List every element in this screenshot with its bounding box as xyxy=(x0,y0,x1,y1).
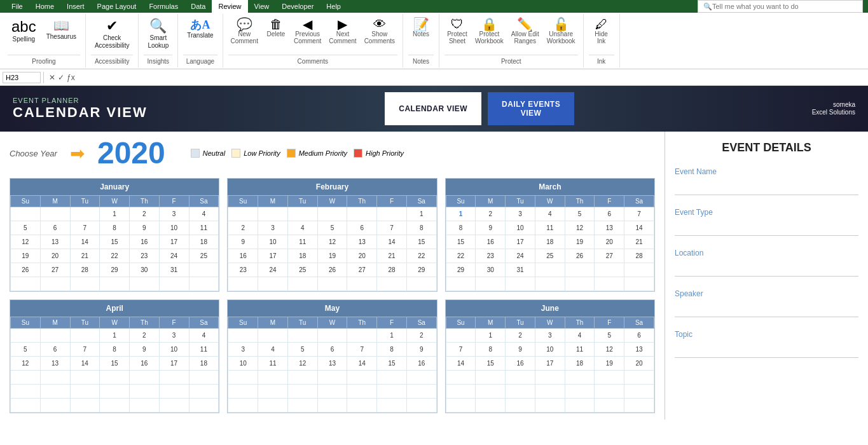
calendar-day[interactable]: 31 xyxy=(159,263,189,277)
calendar-day[interactable]: 7 xyxy=(377,221,407,235)
formula-input[interactable] xyxy=(78,72,865,83)
calendar-day[interactable]: 11 xyxy=(189,221,219,235)
calendar-day[interactable]: 4 xyxy=(189,207,219,221)
calendar-day[interactable]: 4 xyxy=(258,343,288,357)
calendar-day[interactable]: 10 xyxy=(159,343,189,357)
calendar-day[interactable]: 11 xyxy=(565,343,595,357)
calendar-day[interactable]: 8 xyxy=(100,221,130,235)
calendar-day[interactable]: 19 xyxy=(317,249,347,263)
calendar-day[interactable]: 4 xyxy=(535,207,565,221)
calendar-day[interactable]: 15 xyxy=(406,235,436,249)
calendar-day[interactable]: 21 xyxy=(377,249,407,263)
calendar-day[interactable]: 16 xyxy=(130,357,160,371)
calendar-day[interactable]: 24 xyxy=(258,263,288,277)
insert-function-icon[interactable]: ƒx xyxy=(67,73,75,82)
location-field[interactable] xyxy=(675,261,858,277)
calendar-day[interactable]: 16 xyxy=(130,235,160,249)
calendar-day[interactable]: 13 xyxy=(40,357,70,371)
calendar-day[interactable]: 18 xyxy=(189,235,219,249)
calendar-day[interactable]: 17 xyxy=(506,235,535,249)
calendar-day[interactable]: 8 xyxy=(446,221,476,235)
calendar-day[interactable]: 1 xyxy=(377,329,407,343)
protect-sheet-btn[interactable]: 🛡 ProtectSheet xyxy=(444,17,470,46)
notes-btn[interactable]: 📝 Notes xyxy=(408,17,434,39)
calendar-day[interactable]: 24 xyxy=(506,249,535,263)
calendar-day[interactable]: 10 xyxy=(228,357,258,371)
calendar-day[interactable]: 8 xyxy=(100,343,130,357)
calendar-day[interactable]: 5 xyxy=(565,207,595,221)
hide-ink-btn[interactable]: 🖊 HideInk xyxy=(589,17,614,46)
calendar-day[interactable]: 15 xyxy=(476,357,506,371)
calendar-day[interactable]: 15 xyxy=(100,357,130,371)
calendar-day[interactable]: 4 xyxy=(287,221,317,235)
calendar-day[interactable]: 5 xyxy=(595,329,624,343)
calendar-day[interactable]: 28 xyxy=(624,249,654,263)
calendar-day[interactable]: 14 xyxy=(70,235,100,249)
calendar-day[interactable]: 19 xyxy=(595,357,624,371)
tab-page-layout[interactable]: Page Layout xyxy=(91,0,143,13)
calendar-day[interactable]: 2 xyxy=(406,329,436,343)
calendar-day[interactable]: 30 xyxy=(130,263,160,277)
unshare-workbook-btn[interactable]: 🔓 UnshareWorkbook xyxy=(544,17,578,46)
calendar-day[interactable]: 10 xyxy=(506,221,535,235)
calendar-day[interactable]: 3 xyxy=(228,343,258,357)
calendar-day[interactable]: 26 xyxy=(317,263,347,277)
delete-comment-btn[interactable]: 🗑 Delete xyxy=(263,17,289,39)
calendar-day[interactable]: 14 xyxy=(377,235,407,249)
calendar-day[interactable]: 4 xyxy=(189,329,219,343)
calendar-day[interactable]: 7 xyxy=(70,221,100,235)
calendar-day[interactable]: 18 xyxy=(535,235,565,249)
calendar-day[interactable]: 27 xyxy=(347,263,377,277)
calendar-day[interactable]: 13 xyxy=(624,343,654,357)
calendar-day[interactable]: 4 xyxy=(565,329,595,343)
calendar-day[interactable]: 1 xyxy=(100,329,130,343)
tab-data[interactable]: Data xyxy=(184,0,212,13)
protect-workbook-btn[interactable]: 🔒 ProtectWorkbook xyxy=(472,17,506,46)
thesaurus-btn[interactable]: 📖 Thesaurus xyxy=(43,17,80,43)
calendar-day[interactable]: 5 xyxy=(11,221,41,235)
calendar-day[interactable]: 7 xyxy=(347,343,377,357)
calendar-day[interactable]: 18 xyxy=(287,249,317,263)
calendar-day[interactable]: 3 xyxy=(506,207,535,221)
calendar-day[interactable]: 20 xyxy=(347,249,377,263)
calendar-day[interactable]: 15 xyxy=(100,235,130,249)
calendar-day[interactable]: 20 xyxy=(40,249,70,263)
calendar-day[interactable]: 20 xyxy=(595,235,624,249)
calendar-day[interactable]: 15 xyxy=(377,357,407,371)
calendar-day[interactable]: 26 xyxy=(565,249,595,263)
calendar-day[interactable]: 11 xyxy=(287,235,317,249)
calendar-day[interactable]: 21 xyxy=(70,249,100,263)
calendar-day[interactable]: 3 xyxy=(159,329,189,343)
calendar-day[interactable]: 31 xyxy=(506,263,535,277)
calendar-day[interactable]: 11 xyxy=(535,221,565,235)
show-comments-btn[interactable]: 👁 ShowComments xyxy=(362,17,397,46)
calendar-day[interactable]: 9 xyxy=(130,343,160,357)
event-name-field[interactable] xyxy=(675,179,858,195)
calendar-day[interactable]: 13 xyxy=(40,235,70,249)
calendar-day[interactable]: 12 xyxy=(317,235,347,249)
calendar-day[interactable]: 1 xyxy=(100,207,130,221)
next-comment-btn[interactable]: ▶ NextComment xyxy=(326,17,359,46)
calendar-day[interactable]: 16 xyxy=(506,357,535,371)
calendar-day[interactable]: 9 xyxy=(406,343,436,357)
calendar-day[interactable]: 17 xyxy=(535,357,565,371)
calendar-day[interactable]: 23 xyxy=(228,263,258,277)
calendar-day[interactable]: 12 xyxy=(565,221,595,235)
calendar-day[interactable]: 16 xyxy=(406,357,436,371)
calendar-day[interactable]: 17 xyxy=(159,357,189,371)
calendar-day[interactable]: 12 xyxy=(287,357,317,371)
calendar-day[interactable]: 9 xyxy=(228,235,258,249)
calendar-day[interactable]: 12 xyxy=(11,357,41,371)
calendar-day[interactable]: 14 xyxy=(347,357,377,371)
tab-help[interactable]: Help xyxy=(320,0,347,13)
tab-developer[interactable]: Developer xyxy=(275,0,320,13)
calendar-day[interactable]: 13 xyxy=(595,221,624,235)
calendar-day[interactable]: 15 xyxy=(446,235,476,249)
calendar-day[interactable]: 27 xyxy=(595,249,624,263)
calendar-day[interactable]: 14 xyxy=(624,221,654,235)
calendar-day[interactable]: 2 xyxy=(506,329,535,343)
calendar-day[interactable]: 5 xyxy=(287,343,317,357)
daily-events-view-btn[interactable]: DAILY EVENTSVIEW xyxy=(488,92,574,125)
calendar-day[interactable]: 25 xyxy=(189,249,219,263)
calendar-day[interactable]: 8 xyxy=(377,343,407,357)
